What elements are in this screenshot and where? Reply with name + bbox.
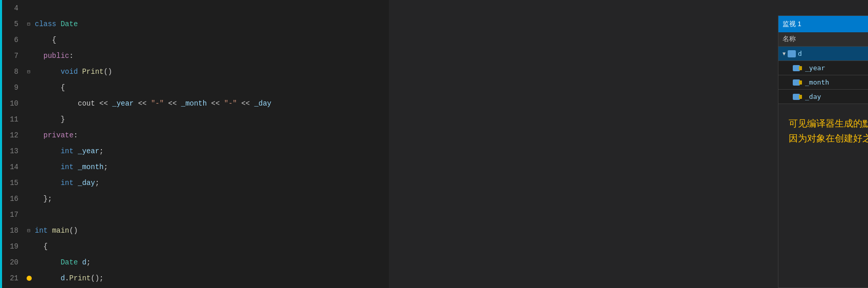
watch-name-day: _day — [778, 92, 868, 101]
code-line: 5 ⊟ class Date — [0, 16, 389, 32]
code-line: 21 d.Print(); — [0, 270, 389, 286]
code-line: 20 Date d; — [0, 254, 389, 270]
field-icon — [793, 79, 800, 86]
watch-note-line1: 可见编译器生成的默认构造函数作用不是很大， — [789, 116, 868, 131]
code-line: 10 cout << _year << "-" << _month << "-"… — [0, 95, 389, 111]
code-editor[interactable]: 4 5 ⊟ class Date 6 { 7 public: 8 — [0, 0, 389, 288]
watch-rows: ▼ d { _year=-858993460 _month=-858993460… — [778, 47, 868, 104]
col-name-header: 名称 — [778, 32, 868, 46]
watch-row-month[interactable]: _month -858993460 int — [778, 75, 868, 90]
collapse-icon[interactable]: ⊟ — [27, 21, 30, 27]
field-icon — [793, 65, 800, 71]
watch-name-year: _year — [778, 63, 868, 73]
right-panel: 监视 1 ▼ ▣ 名称 值 类型 ▼ d { _year=-858993460 … — [389, 0, 868, 288]
code-line: 19 { — [0, 238, 389, 254]
watch-row-year[interactable]: _year -858993460 int — [778, 61, 868, 75]
field-icon — [793, 94, 800, 100]
code-line: 11 } — [0, 111, 389, 127]
code-line: 7 public: — [0, 48, 389, 64]
watch-panel-header: 监视 1 ▼ ▣ — [778, 16, 868, 32]
watch-note: 可见编译器生成的默认构造函数作用不是很大， 因为对象在创建好之后依旧是随机值 — [778, 104, 868, 158]
code-lines: 4 5 ⊟ class Date 6 { 7 public: 8 — [0, 0, 389, 286]
watch-note-line2: 因为对象在创建好之后依旧是随机值 — [789, 131, 868, 146]
code-line: 12 private: — [0, 127, 389, 143]
code-line: 4 — [0, 0, 389, 16]
code-line: 18 ⊟ int main() — [0, 222, 389, 238]
watch-table-header: 名称 值 类型 — [778, 32, 868, 47]
breakpoint-indicator — [27, 276, 32, 281]
collapse-icon[interactable]: ⊟ — [27, 69, 30, 75]
code-line: 15 int _day; — [0, 175, 389, 191]
code-line: 9 { — [0, 79, 389, 95]
collapse-icon[interactable]: ⊟ — [27, 228, 30, 234]
code-line: 16 }; — [0, 191, 389, 207]
watch-panel-title: 监视 1 — [783, 19, 801, 29]
code-line: 13 int _year; — [0, 143, 389, 159]
watch-name-month: _month — [778, 77, 868, 87]
code-line: 6 { — [0, 32, 389, 48]
code-line: 8 ⊟ void Print() — [0, 64, 389, 79]
watch-panel[interactable]: 监视 1 ▼ ▣ 名称 值 类型 ▼ d { _year=-858993460 … — [778, 15, 868, 288]
expand-arrow[interactable]: ▼ — [783, 51, 786, 56]
watch-name-d: ▼ d — [778, 49, 868, 58]
object-icon — [788, 50, 796, 57]
watch-row-d[interactable]: ▼ d { _year=-858993460 _month=-858993460… — [778, 47, 868, 61]
code-line: 17 — [0, 207, 389, 222]
code-line: 14 int _month; — [0, 159, 389, 175]
watch-row-day[interactable]: _day -858993460 int — [778, 90, 868, 104]
